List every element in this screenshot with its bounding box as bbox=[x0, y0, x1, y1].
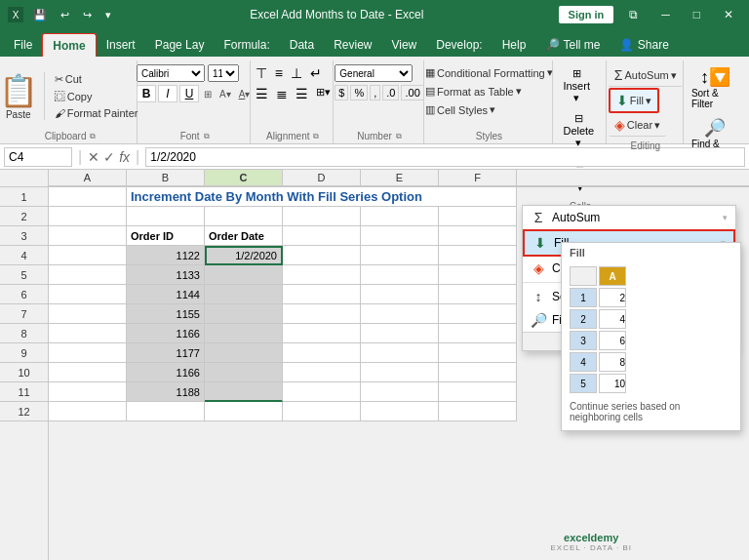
font-size-select[interactable]: 11 bbox=[208, 64, 239, 82]
cell-a2[interactable] bbox=[49, 207, 127, 226]
cell-c9[interactable] bbox=[205, 343, 283, 363]
tab-insert[interactable]: Insert bbox=[97, 33, 145, 57]
cell-f9[interactable] bbox=[439, 343, 517, 363]
fill-button[interactable]: ⬇ Fill ▾ bbox=[609, 88, 659, 113]
merge-center-button[interactable]: ⊞▾ bbox=[313, 85, 334, 102]
copy-button[interactable]: ⿴ Copy bbox=[51, 89, 142, 104]
cell-a11[interactable] bbox=[49, 382, 127, 402]
tab-tell-me[interactable]: 🔎 Tell me bbox=[535, 33, 610, 57]
tab-home[interactable]: Home bbox=[42, 33, 96, 57]
cell-c6[interactable] bbox=[205, 285, 283, 304]
clipboard-expand-icon[interactable]: ⧉ bbox=[90, 132, 96, 141]
cell-d3[interactable] bbox=[283, 226, 361, 246]
tab-share[interactable]: 👤 Share bbox=[610, 33, 678, 57]
cell-f7[interactable] bbox=[439, 304, 517, 324]
cell-c2[interactable] bbox=[205, 207, 283, 226]
cell-d10[interactable] bbox=[283, 363, 361, 382]
close-button[interactable]: ✕ bbox=[716, 6, 741, 23]
cell-d2[interactable] bbox=[283, 207, 361, 226]
cell-c5[interactable] bbox=[205, 265, 283, 285]
currency-button[interactable]: $ bbox=[335, 85, 348, 100]
font-color-button[interactable]: A▾ bbox=[236, 88, 254, 100]
sign-in-button[interactable]: Sign in bbox=[559, 6, 614, 23]
conditional-formatting-button[interactable]: ▦ Conditional Formatting ▾ bbox=[421, 64, 557, 81]
border-button[interactable]: ⊞ bbox=[201, 88, 215, 100]
italic-button[interactable]: I bbox=[158, 85, 177, 102]
cell-f12[interactable] bbox=[439, 402, 517, 421]
cell-b7[interactable]: 1155 bbox=[127, 304, 205, 324]
autosum-button[interactable]: Σ AutoSum ▾ bbox=[609, 64, 683, 87]
cell-b8[interactable]: 1166 bbox=[127, 324, 205, 343]
fill-color-button[interactable]: A▾ bbox=[217, 88, 234, 100]
cell-d7[interactable] bbox=[283, 304, 361, 324]
bold-button[interactable]: B bbox=[137, 85, 156, 102]
align-middle-button[interactable]: ≡ bbox=[272, 64, 286, 82]
percent-button[interactable]: % bbox=[350, 85, 368, 100]
cell-b5[interactable]: 1133 bbox=[127, 265, 205, 285]
cell-c11[interactable] bbox=[205, 382, 283, 402]
cell-d12[interactable] bbox=[283, 402, 361, 421]
cell-f8[interactable] bbox=[439, 324, 517, 343]
cut-button[interactable]: ✂ Cut bbox=[51, 71, 142, 88]
cell-a8[interactable] bbox=[49, 324, 127, 343]
cell-e11[interactable] bbox=[361, 382, 439, 402]
autosum-dropdown-item[interactable]: Σ AutoSum ▾ bbox=[523, 206, 735, 229]
cell-b12[interactable] bbox=[127, 402, 205, 421]
wrap-text-button[interactable]: ↵ bbox=[307, 64, 325, 82]
tab-developer[interactable]: Develop: bbox=[426, 33, 492, 57]
cell-b11[interactable]: 1188 bbox=[127, 382, 205, 402]
delete-button[interactable]: ⊟ Delete ▾ bbox=[557, 109, 600, 152]
font-expand-icon[interactable]: ⧉ bbox=[204, 132, 210, 141]
tab-view[interactable]: View bbox=[381, 33, 426, 57]
cell-d11[interactable] bbox=[283, 382, 361, 402]
format-as-table-button[interactable]: ▤ Format as Table ▾ bbox=[421, 83, 526, 100]
cell-f4[interactable] bbox=[439, 246, 517, 265]
cell-d5[interactable] bbox=[283, 265, 361, 285]
cancel-formula-icon[interactable]: ✕ bbox=[88, 149, 99, 165]
restore-down-button[interactable]: ⧉ bbox=[621, 6, 646, 23]
tab-help[interactable]: Help bbox=[493, 33, 536, 57]
cell-d4[interactable] bbox=[283, 246, 361, 265]
tab-data[interactable]: Data bbox=[280, 33, 324, 57]
font-family-select[interactable]: Calibri bbox=[137, 64, 205, 82]
sort-filter-button[interactable]: ↕🔽 Sort & Filter bbox=[688, 64, 743, 111]
cell-e7[interactable] bbox=[361, 304, 439, 324]
align-top-button[interactable]: ⊤ bbox=[253, 64, 270, 82]
name-box[interactable] bbox=[4, 147, 72, 167]
maximize-button[interactable]: □ bbox=[686, 6, 708, 23]
cell-a3[interactable] bbox=[49, 226, 127, 246]
align-left-button[interactable]: ☰ bbox=[253, 85, 271, 102]
tab-file[interactable]: File bbox=[4, 33, 42, 57]
cell-e12[interactable] bbox=[361, 402, 439, 421]
cell-f2[interactable] bbox=[439, 207, 517, 226]
tab-page-layout[interactable]: Page Lay bbox=[145, 33, 215, 57]
cell-f3[interactable] bbox=[439, 226, 517, 246]
cell-b10[interactable]: 1166 bbox=[127, 363, 205, 382]
cell-a10[interactable] bbox=[49, 363, 127, 382]
underline-button[interactable]: U bbox=[179, 85, 199, 102]
cell-d9[interactable] bbox=[283, 343, 361, 363]
cell-a1[interactable] bbox=[49, 187, 127, 207]
cell-c8[interactable] bbox=[205, 324, 283, 343]
cell-b9[interactable]: 1177 bbox=[127, 343, 205, 363]
cell-e6[interactable] bbox=[361, 285, 439, 304]
align-center-button[interactable]: ≣ bbox=[273, 85, 291, 102]
customize-qat-btn[interactable]: ▾ bbox=[101, 7, 115, 23]
cell-c4-selected[interactable]: 1/2/2020 bbox=[205, 246, 283, 265]
cell-b3-order-id[interactable]: Order ID bbox=[127, 226, 205, 246]
format-painter-button[interactable]: 🖌 Format Painter bbox=[51, 105, 142, 121]
save-qat-btn[interactable]: 💾 bbox=[29, 7, 51, 23]
undo-qat-btn[interactable]: ↩ bbox=[57, 7, 73, 23]
cell-e5[interactable] bbox=[361, 265, 439, 285]
cell-d8[interactable] bbox=[283, 324, 361, 343]
cell-c10[interactable] bbox=[205, 363, 283, 382]
cell-styles-button[interactable]: ▥ Cell Styles ▾ bbox=[421, 101, 499, 118]
cell-c12[interactable] bbox=[205, 402, 283, 421]
cell-b4[interactable]: 1122 bbox=[127, 246, 205, 265]
cell-c3-order-date[interactable]: Order Date bbox=[205, 226, 283, 246]
tab-review[interactable]: Review bbox=[324, 33, 381, 57]
tab-formulas[interactable]: Formula: bbox=[214, 33, 279, 57]
paste-button[interactable]: 📋 bbox=[0, 72, 38, 109]
cell-e3[interactable] bbox=[361, 226, 439, 246]
cell-f6[interactable] bbox=[439, 285, 517, 304]
